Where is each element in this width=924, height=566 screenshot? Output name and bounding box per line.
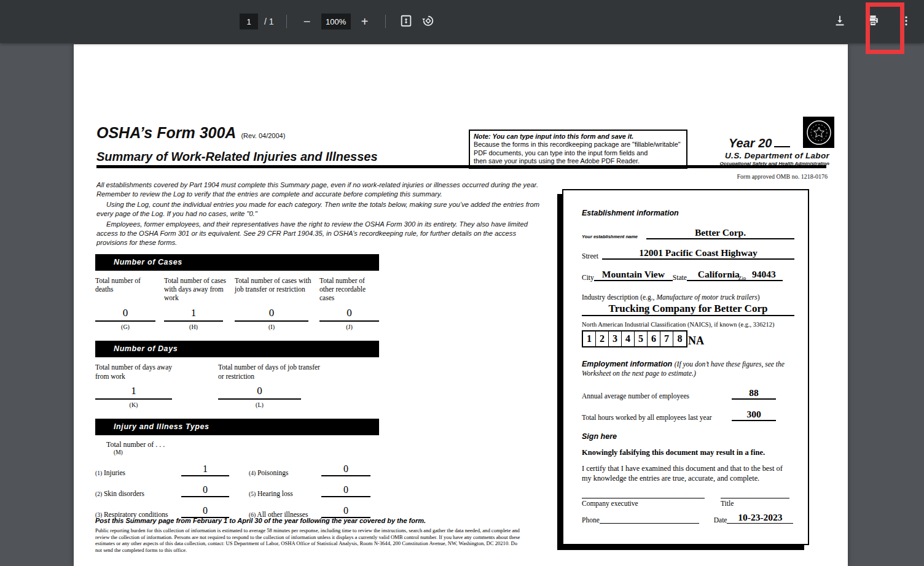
zip-field[interactable]: 94043 <box>745 269 783 281</box>
zoom-level-input[interactable]: 100% <box>321 14 351 29</box>
title-field[interactable] <box>721 498 789 498</box>
industry-description-label: Industry description (e.g., Manufacture … <box>582 293 794 301</box>
poisonings-field[interactable]: 0 <box>321 463 370 476</box>
print-button-highlight <box>866 2 904 54</box>
year-label: Year 20 <box>729 136 772 150</box>
toolbar-divider <box>385 15 386 28</box>
download-icon <box>833 14 847 29</box>
establishment-panel: Establishment information Your establish… <box>562 189 809 545</box>
falsifying-warning: Knowingly falsifying this document may r… <box>582 448 794 457</box>
form-subtitle: Summary of Work-Related Injuries and Ill… <box>96 150 378 164</box>
row-number: (5) <box>249 491 256 497</box>
establishment-header: Establishment information <box>582 209 794 217</box>
respiratory-field[interactable]: 0 <box>181 505 229 518</box>
injury-illness-types-section: Injury and Illness Types Total number of… <box>95 419 379 518</box>
year-field[interactable]: Year 20 <box>729 133 790 150</box>
naics-suffix: NA <box>688 335 704 347</box>
year-blank-line <box>774 133 790 147</box>
toolbar-divider <box>286 15 287 28</box>
field-label: Total number of deaths <box>95 276 164 306</box>
cases-column-deaths: Total number of deaths 0 (G) <box>95 276 164 330</box>
total-deaths-field[interactable]: 0 <box>95 307 155 322</box>
naics-field[interactable]: 12345678 NA <box>582 330 794 347</box>
date-field[interactable]: 10-23-2023 <box>727 512 793 524</box>
plus-icon: + <box>361 15 369 28</box>
fit-page-button[interactable] <box>398 14 414 29</box>
street-field[interactable]: 12001 Pacific Coast Highway <box>602 247 794 260</box>
zip-label: Zip <box>738 275 746 281</box>
intro-paragraph: Employees, former employees, and their r… <box>96 220 545 247</box>
cases-transfer-field[interactable]: 0 <box>235 307 308 322</box>
field-label: Total number of days away from work <box>95 363 181 384</box>
cases-days-away-field[interactable]: 1 <box>164 307 223 322</box>
types-row: (1) Injuries 1 (4) Poisonings 0 <box>95 463 379 476</box>
row-label: Hearing loss <box>257 490 293 497</box>
hours-field[interactable]: 300 <box>732 409 776 421</box>
days-transfer-field[interactable]: 0 <box>218 385 301 400</box>
column-code: (L) <box>218 401 301 408</box>
phone-field[interactable] <box>600 523 699 524</box>
other-illnesses-field[interactable]: 0 <box>321 505 370 518</box>
pdf-page: OSHA’s Form 300A(Rev. 04/2004) Summary o… <box>74 44 848 566</box>
zoom-in-button[interactable]: + <box>357 14 373 29</box>
intro-paragraph: Using the Log, count the individual entr… <box>96 200 545 218</box>
hours-row: Total hours worked by all employees last… <box>582 409 794 421</box>
skin-disorders-field[interactable]: 0 <box>181 484 229 497</box>
types-intro: Total number of . . . <box>106 440 379 449</box>
post-summary-note: Post this Summary page from February 1 t… <box>95 517 525 524</box>
industry-description-field[interactable]: Trucking Company for Better Corp <box>582 303 794 316</box>
column-code: (J) <box>319 324 379 330</box>
dol-seal-logo <box>803 117 834 148</box>
row-label: Poisonings <box>257 469 289 476</box>
column-code: (K) <box>95 401 172 408</box>
row-number: (2) <box>95 491 102 497</box>
days-column-transfer: Total number of days of job transfer or … <box>218 363 341 408</box>
row-label: Injuries <box>104 469 125 476</box>
injuries-field[interactable]: 1 <box>181 463 229 476</box>
rotate-button[interactable] <box>420 14 436 29</box>
column-code: (H) <box>164 324 223 330</box>
zoom-out-button[interactable]: − <box>299 14 315 29</box>
days-away-field[interactable]: 1 <box>95 385 172 400</box>
establishment-name-field[interactable]: Better Corp. <box>646 227 794 239</box>
number-of-days-section: Number of Days Total number of days away… <box>95 341 379 408</box>
fillable-note-box: Note: You can type input into this form … <box>469 130 687 169</box>
employees-row: Annual average number of employees 88 <box>582 387 794 400</box>
omb-approval: Form approved OMB no. 1218-0176 <box>737 173 828 180</box>
employees-field[interactable]: 88 <box>732 387 776 400</box>
field-label: Total number of cases with days away fro… <box>164 276 235 306</box>
intro-paragraphs: All establishments covered by Part 1904 … <box>96 180 545 247</box>
city-field[interactable]: Mountain View <box>594 269 673 281</box>
note-line: PDF documents, you can type into the inp… <box>474 149 683 157</box>
sign-here-header: Sign here <box>582 432 794 441</box>
certify-statement: I certify that I have examined this docu… <box>582 464 791 483</box>
types-row: (2) Skin disorders 0 (5) Hearing loss 0 <box>95 484 379 497</box>
page-number-input[interactable] <box>240 14 258 29</box>
column-code: (G) <box>95 324 155 330</box>
column-code: (I) <box>235 324 308 330</box>
osha-subtitle: Occupational Safety and Health Administr… <box>720 161 829 166</box>
cases-other-field[interactable]: 0 <box>319 307 379 322</box>
employees-label: Annual average number of employees <box>582 392 732 400</box>
pdf-toolbar: / 1 − 100% + <box>0 0 924 43</box>
fit-page-icon <box>399 14 413 29</box>
company-executive-field[interactable] <box>582 498 705 498</box>
form-title: OSHA’s Form 300A(Rev. 04/2004) <box>96 124 285 142</box>
employment-header: Employment information (If you don’t hav… <box>582 360 794 378</box>
row-label: Skin disorders <box>104 490 144 497</box>
header-rule <box>96 165 826 168</box>
page-count-label: / 1 <box>264 17 274 26</box>
phone-label: Phone <box>582 516 600 524</box>
reporting-burden-text: Public reporting burden for this collect… <box>95 527 522 553</box>
cases-column-transfer: Total number of cases with job transfer … <box>235 276 319 330</box>
number-of-days-header: Number of Days <box>95 341 379 357</box>
days-column-away: Total number of days away from work 1 (K… <box>95 363 218 408</box>
signature-row: Company executive Title <box>582 498 794 507</box>
date-label: Date <box>714 516 727 524</box>
download-button[interactable] <box>832 14 848 29</box>
intro-paragraph: All establishments covered by Part 1904 … <box>96 180 545 198</box>
rotate-icon <box>421 14 435 29</box>
dol-title: U.S. Department of Labor <box>725 151 829 160</box>
hearing-loss-field[interactable]: 0 <box>321 484 370 497</box>
street-label: Street <box>582 252 598 260</box>
